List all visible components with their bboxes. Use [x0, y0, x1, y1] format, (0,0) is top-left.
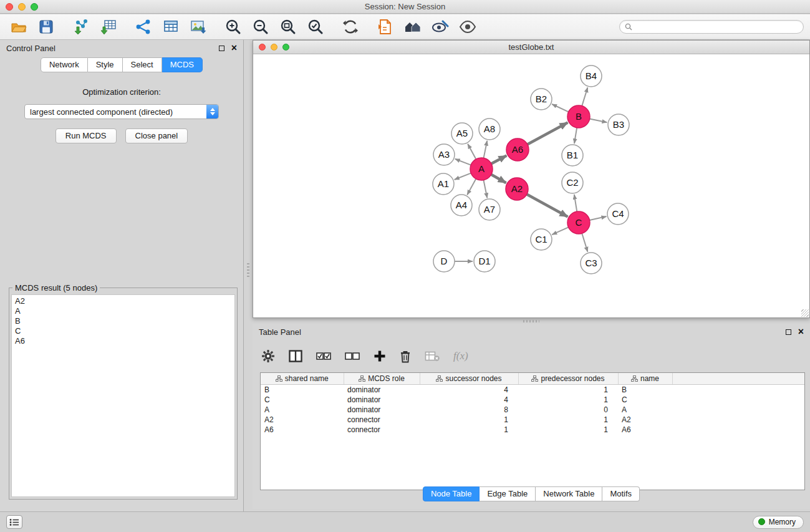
- table-cell[interactable]: connector: [344, 415, 420, 425]
- column-header-name[interactable]: name: [618, 373, 672, 384]
- delete-column-button[interactable]: [400, 350, 411, 363]
- edge-A-A8[interactable]: [484, 141, 488, 158]
- tab-select[interactable]: Select: [123, 57, 162, 72]
- minimize-window-button[interactable]: [18, 3, 26, 11]
- table-cell[interactable]: 1: [518, 395, 618, 405]
- table-row[interactable]: Bdominator41B: [261, 384, 804, 395]
- table-cell[interactable]: A2: [261, 415, 344, 425]
- node-C2[interactable]: C2: [562, 172, 583, 193]
- tab-edge-table[interactable]: Edge Table: [480, 486, 536, 501]
- edge-A2-C[interactable]: [527, 195, 568, 217]
- edge-A-A7[interactable]: [484, 180, 488, 198]
- tab-network-table[interactable]: Network Table: [536, 486, 602, 501]
- delete-table-button[interactable]: [425, 351, 440, 362]
- table-cell[interactable]: A6: [618, 425, 672, 435]
- optimization-criterion-select[interactable]: largest connected component (directed): [24, 104, 219, 119]
- table-cell[interactable]: C: [618, 395, 672, 405]
- zoom-selected-button[interactable]: [303, 16, 328, 37]
- column-header-predecessor-nodes[interactable]: predecessor nodes: [518, 373, 618, 384]
- select-all-button[interactable]: [316, 351, 331, 361]
- node-A7[interactable]: A7: [479, 199, 500, 220]
- memory-button[interactable]: Memory: [753, 516, 804, 529]
- float-panel-icon[interactable]: [219, 46, 224, 51]
- table-cell[interactable]: B: [618, 384, 672, 395]
- save-session-button[interactable]: [34, 16, 59, 37]
- edge-C-C1[interactable]: [552, 227, 568, 235]
- node-A8[interactable]: A8: [479, 118, 500, 140]
- table-cell[interactable]: dominator: [344, 384, 420, 395]
- node-B3[interactable]: B3: [608, 114, 629, 135]
- run-mcds-button[interactable]: Run MCDS: [55, 128, 117, 143]
- close-panel-button[interactable]: Close panel: [125, 128, 188, 143]
- show-details-button[interactable]: [455, 16, 480, 37]
- task-history-button[interactable]: [6, 515, 22, 529]
- table-cell[interactable]: 1: [420, 415, 518, 425]
- open-session-button[interactable]: [6, 16, 31, 37]
- node-D1[interactable]: D1: [474, 251, 495, 272]
- tab-node-table[interactable]: Node Table: [423, 486, 480, 501]
- network-canvas[interactable]: B4B2BB3A5A8A6B1A3AC2A1A2A4A7C4CC1C3DD1: [253, 55, 809, 317]
- minimize-network-window-button[interactable]: [271, 44, 277, 51]
- node-A5[interactable]: A5: [451, 123, 473, 144]
- edge-C-C3[interactable]: [582, 233, 587, 252]
- vertical-splitter[interactable]: [246, 262, 251, 281]
- add-column-button[interactable]: [374, 350, 386, 362]
- table-cell[interactable]: 1: [420, 425, 518, 435]
- zoom-network-window-button[interactable]: [282, 44, 289, 51]
- export-image-button[interactable]: [186, 16, 211, 37]
- home-button[interactable]: [400, 16, 425, 37]
- column-header-shared-name[interactable]: shared name: [261, 373, 344, 384]
- node-B4[interactable]: B4: [581, 65, 602, 87]
- node-D[interactable]: D: [433, 251, 455, 272]
- zoom-window-button[interactable]: [31, 3, 38, 11]
- table-cell[interactable]: dominator: [344, 395, 420, 405]
- node-C3[interactable]: C3: [581, 253, 602, 274]
- table-cell[interactable]: 4: [420, 384, 518, 395]
- edge-A-A6[interactable]: [491, 155, 507, 163]
- close-panel-icon[interactable]: ×: [231, 44, 237, 52]
- close-table-panel-icon[interactable]: ×: [798, 328, 804, 336]
- tab-mcds[interactable]: MCDS: [162, 57, 203, 72]
- result-item[interactable]: A6: [15, 336, 231, 346]
- function-builder-button[interactable]: f(x): [453, 350, 468, 362]
- tab-network[interactable]: Network: [41, 57, 88, 72]
- show-columns-button[interactable]: [289, 350, 302, 362]
- table-cell[interactable]: A2: [618, 415, 672, 425]
- import-table-button[interactable]: [96, 16, 121, 37]
- node-A4[interactable]: A4: [451, 195, 472, 216]
- zoom-fit-button[interactable]: [276, 16, 301, 37]
- apply-layout-button[interactable]: [338, 16, 363, 37]
- open-document-button[interactable]: [373, 16, 398, 37]
- node-A[interactable]: A: [470, 158, 493, 180]
- new-network-button[interactable]: [131, 16, 156, 37]
- result-item[interactable]: C: [15, 326, 231, 336]
- table-cell[interactable]: A: [618, 405, 672, 415]
- table-row[interactable]: Adominator80A: [261, 405, 804, 415]
- zoom-out-button[interactable]: [248, 16, 273, 37]
- result-item[interactable]: A2: [15, 296, 231, 306]
- table-settings-button[interactable]: [261, 349, 275, 363]
- table-cell[interactable]: A: [261, 405, 344, 415]
- edge-A-A5[interactable]: [468, 144, 476, 160]
- zoom-in-button[interactable]: [221, 16, 246, 37]
- edge-C-C2[interactable]: [574, 195, 577, 211]
- node-A6[interactable]: A6: [506, 138, 529, 161]
- table-row[interactable]: A6connector11A6: [261, 425, 804, 435]
- visual-style-button[interactable]: [428, 16, 453, 37]
- node-B1[interactable]: B1: [562, 145, 583, 166]
- close-network-window-button[interactable]: [259, 44, 266, 51]
- mcds-result-list[interactable]: A2ABCA6: [11, 294, 235, 497]
- search-input[interactable]: [635, 22, 798, 32]
- table-cell[interactable]: connector: [344, 425, 420, 435]
- node-C1[interactable]: C1: [531, 229, 552, 250]
- edge-A-A3[interactable]: [455, 159, 471, 165]
- column-header-successor-nodes[interactable]: successor nodes: [420, 373, 518, 384]
- table-cell[interactable]: B: [261, 384, 344, 395]
- new-table-button[interactable]: [158, 16, 183, 37]
- table-cell[interactable]: 0: [518, 405, 618, 415]
- edge-B-B3[interactable]: [590, 119, 607, 123]
- column-header-MCDS-role[interactable]: MCDS role: [344, 373, 420, 384]
- window-resize-handle[interactable]: [801, 309, 809, 317]
- table-row[interactable]: A2connector11A2: [261, 415, 804, 425]
- node-C[interactable]: C: [567, 211, 590, 234]
